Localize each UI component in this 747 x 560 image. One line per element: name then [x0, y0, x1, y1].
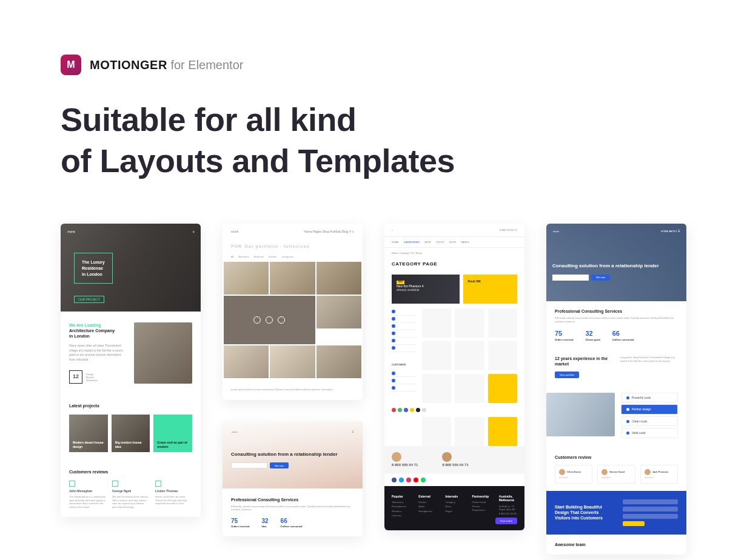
gallery-col-3: ○8 800 555 04 71 HOMECATEGORIESSHOPSTOCK… — [384, 224, 524, 530]
t1-hero-btn: OUR PROJECT — [74, 296, 104, 304]
gallery-col-2: snorkHome Pages Shop Portfolio Blog ⚲ ≡ … — [223, 224, 363, 536]
template-architecture: .myna≡ The LuxuryResidensein London OUR … — [61, 224, 201, 517]
template-portfolio: snorkHome Pages Shop Portfolio Blog ⚲ ≡ … — [223, 224, 363, 400]
template-ecommerce: ○8 800 555 04 71 HOMECATEGORIESSHOPSTOCK… — [384, 224, 524, 530]
gallery-col-4: .mynaHOME ABOUT ☰ Consulting solution fr… — [546, 224, 686, 555]
template-consulting-full: .mynaHOME ABOUT ☰ Consulting solution fr… — [546, 224, 686, 555]
t1-hero-title: The LuxuryResidensein London — [74, 253, 113, 284]
template-gallery: .myna≡ The LuxuryResidensein London OUR … — [61, 224, 686, 555]
brand-suffix: for Elementor — [170, 58, 243, 72]
t1-projects-heading: Latest projects — [69, 403, 192, 408]
brand-name: MOTIONGER — [90, 58, 167, 72]
t1-reviews-heading: Customers reviews — [69, 469, 192, 475]
template-consulting-small: .myna☰ Consulting solution from a relati… — [223, 422, 363, 537]
brand-row: M MOTIONGER for Elementor — [61, 55, 686, 75]
headline: Suitable for all kind of Layouts and Tem… — [61, 99, 686, 181]
logo-icon: M — [61, 55, 81, 75]
brand-text: MOTIONGER for Elementor — [90, 58, 243, 72]
t1-hero: .myna≡ The LuxuryResidensein London OUR … — [61, 224, 201, 312]
gallery-col-1: .myna≡ The LuxuryResidensein London OUR … — [61, 224, 201, 517]
